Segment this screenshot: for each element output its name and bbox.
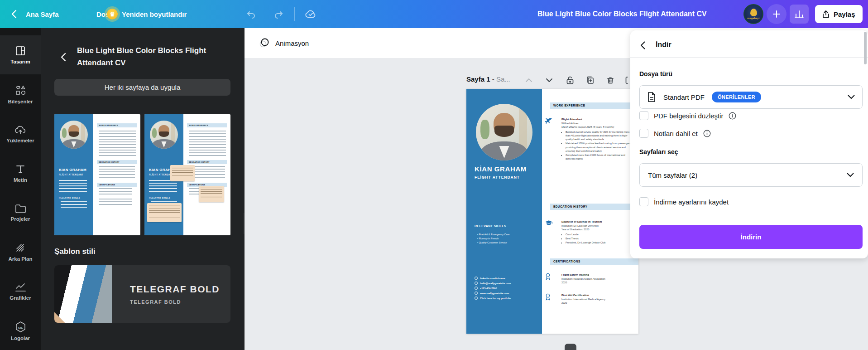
download-panel: İndir Dosya türü Standart PDF ÖNERİLENLE… (630, 30, 868, 258)
cv-education-entry: Bachelor of Science in Tourism Instituti… (561, 220, 635, 245)
select-pages-value: Tüm sayfalar (2) (648, 171, 697, 179)
sidebar-item-text[interactable]: Metin (0, 154, 41, 193)
sidebar-item-logos[interactable]: co. Logolar (0, 311, 41, 350)
email-icon (475, 282, 478, 285)
include-notes-checkbox-row[interactable]: Notları dahil et (639, 129, 711, 138)
thumbnail-cert-lines (99, 199, 132, 206)
delete-page-icon[interactable] (605, 75, 615, 85)
ribbon-icon (545, 293, 559, 301)
thumbnail-skill-lines (61, 201, 87, 209)
include-notes-checkbox[interactable] (639, 129, 648, 138)
website-icon (475, 292, 478, 295)
cv-work-entry: Flight Attendant Willfred Airlines March… (561, 117, 635, 161)
select-pages-label: Sayfaları seç (639, 148, 678, 156)
design-panel: Blue Light Blue Color Blocks Flight Atte… (41, 28, 245, 350)
panel-divider (630, 57, 868, 58)
toolbar-divider (294, 7, 295, 21)
insights-button[interactable] (790, 5, 809, 24)
move-page-down-icon[interactable] (544, 75, 554, 85)
share-button[interactable]: Paylaş (815, 5, 863, 23)
page-name-field[interactable]: Sayfa 1 - Sa... (466, 75, 510, 83)
file-type-value: Standart PDF (663, 93, 705, 101)
cv-cert-entry: First Aid Certification Institution: Int… (561, 293, 635, 305)
charts-icon (15, 282, 26, 292)
design-icon (15, 45, 26, 56)
tip-callout (199, 186, 224, 202)
sidebar-item-background[interactable]: Arka Plan (0, 233, 41, 272)
graduation-cap-icon (545, 220, 559, 225)
sidebar-item-design[interactable]: Tasarım (0, 35, 41, 74)
cv-page[interactable]: KİAN GRAHAM FLİGHT ATTENDANT linkedin.co… (466, 89, 638, 334)
uploads-icon (14, 124, 26, 135)
lock-page-icon[interactable] (565, 75, 575, 85)
cv-photo (476, 104, 532, 160)
move-page-up-icon[interactable] (524, 75, 534, 85)
elements-icon (14, 84, 26, 96)
resize-button[interactable]: ♛ Yeniden boyutlandır (107, 0, 187, 28)
svg-text:co.: co. (18, 326, 23, 330)
duplicate-page-icon[interactable] (585, 75, 595, 85)
back-home-icon[interactable] (11, 0, 17, 28)
flatten-pdf-checkbox[interactable] (639, 111, 648, 120)
template-style-card[interactable]: TELEGRAF BOLD TELEGRAF BOLD (54, 265, 230, 323)
template-subname: TELEGRAF BOLD (130, 299, 220, 305)
chevron-down-icon (848, 95, 855, 99)
share-upload-icon (822, 10, 830, 18)
linkedin-icon (475, 277, 478, 280)
flatten-pdf-checkbox-row[interactable]: PDF belgesini düzleştir (639, 111, 736, 120)
projects-icon (15, 204, 26, 214)
animate-icon (259, 38, 270, 49)
animate-button[interactable]: Animasyon (254, 35, 313, 51)
download-button[interactable]: İndirin (639, 225, 863, 249)
avatar-crest-icon (750, 9, 757, 16)
avatar[interactable]: megabayt (743, 4, 763, 24)
canva-editor: Ana Sayfa Dosya ♛ Yeniden boyutlandır Bl… (0, 0, 868, 350)
cv-role: FLİGHT ATTENDANT (475, 175, 520, 180)
info-icon[interactable] (729, 112, 736, 120)
scrollbar-thumb[interactable] (864, 32, 867, 64)
thumbnail-edu-lines (99, 166, 135, 180)
pdf-file-icon (647, 92, 656, 102)
info-icon[interactable] (703, 130, 711, 137)
thumbnail-contact-lines (59, 180, 87, 193)
cv-left-column: KİAN GRAHAM FLİGHT ATTENDANT linkedin.co… (466, 89, 542, 334)
cv-certifications-heading: CERTIFICATIONS (550, 258, 638, 265)
panel-title: Blue Light Blue Color Blocks Flight Atte… (77, 44, 231, 69)
pro-crown-icon: ♛ (107, 9, 118, 19)
cloud-saved-icon[interactable] (304, 0, 317, 28)
page-thumbnail-1[interactable]: KIAN GRAHAM FLİGHT ATTENDANT RELEVANT SK… (54, 114, 140, 235)
panel-back-icon[interactable] (61, 53, 66, 62)
sidebar-item-uploads[interactable]: Yüklemeler (0, 114, 41, 153)
thumbnail-blue-column: KIAN GRAHAM FLİGHT ATTENDANT RELEVANT SK… (54, 114, 93, 235)
redo-icon[interactable] (273, 0, 284, 28)
file-type-label: Dosya türü (639, 70, 672, 78)
text-icon (15, 164, 26, 175)
undo-icon[interactable] (246, 0, 257, 28)
save-settings-checkbox-row[interactable]: İndirme ayarlarını kaydet (639, 197, 729, 206)
ribbon-icon (545, 273, 559, 280)
file-type-select[interactable]: Standart PDF ÖNERİLENLER (639, 85, 863, 109)
invite-member-button[interactable] (767, 4, 786, 24)
download-panel-title: İndir (656, 41, 671, 49)
template-style-thumbnail (54, 265, 112, 323)
sidebar-item-elements[interactable]: Bileşenler (0, 75, 41, 114)
tip-callout (170, 165, 195, 181)
sidebar-item-charts[interactable]: Grafikler (0, 272, 41, 311)
template-style-heading: Şablon stili (54, 247, 96, 256)
download-back-icon[interactable] (640, 41, 645, 49)
portfolio-icon (475, 297, 478, 300)
document-title[interactable]: Blue Light Blue Color Blocks Flight Atte… (537, 0, 707, 28)
thumbnail-cert-lines (99, 188, 132, 195)
chevron-down-icon (847, 173, 854, 177)
canvas-bottom-button-partial[interactable] (565, 344, 576, 350)
logos-icon: co. (15, 321, 26, 333)
background-icon (15, 243, 26, 253)
apply-both-pages-button[interactable]: Her iki sayfaya da uygula (54, 79, 230, 96)
save-settings-checkbox[interactable] (639, 197, 648, 206)
thumbnail-contact-lines (149, 180, 177, 193)
home-button[interactable]: Ana Sayfa (26, 0, 59, 28)
select-pages-dropdown[interactable]: Tüm sayfalar (2) (639, 163, 863, 187)
cv-skills-heading: RELEVANT SKILLS (475, 224, 506, 228)
sidebar-item-projects[interactable]: Projeler (0, 193, 41, 232)
page-thumbnail-2[interactable]: KIAN GRAHAM FLİGHT ATTENDANT RELEVANT SK… (144, 114, 230, 235)
